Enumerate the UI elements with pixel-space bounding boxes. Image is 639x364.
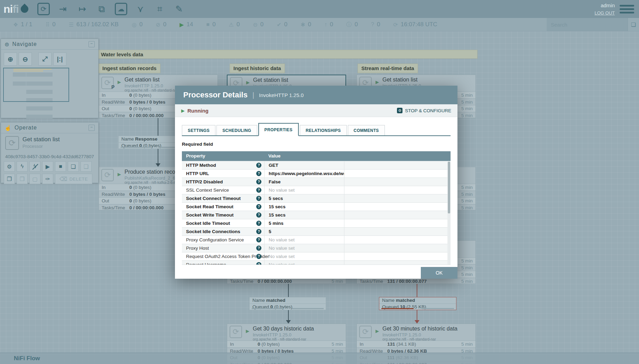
- property-value[interactable]: No value set: [264, 186, 344, 194]
- help-icon[interactable]: ?: [256, 196, 261, 201]
- stat-duration: 5 min: [332, 278, 343, 285]
- template-icon[interactable]: ⌗: [154, 3, 166, 15]
- copy-button[interactable]: ❐: [4, 174, 15, 184]
- status-icon: ⊝: [253, 21, 257, 28]
- input-port-icon[interactable]: ⇥: [57, 3, 69, 15]
- dialog-tab[interactable]: RELATIONSHIPS: [300, 125, 347, 135]
- group-label-ingest-historic[interactable]: Ingest historic data: [230, 64, 285, 73]
- search-input[interactable]: [547, 18, 628, 31]
- processor-icon[interactable]: ⟳: [37, 3, 50, 15]
- group-button[interactable]: ❑: [81, 161, 92, 172]
- selection-name: Get station list: [22, 136, 60, 143]
- property-value[interactable]: No value set: [264, 252, 344, 260]
- status-value: 0: [163, 21, 166, 28]
- property-value[interactable]: https://www.pegelonline.wsv.de/webservic…: [264, 170, 344, 178]
- help-icon[interactable]: ?: [256, 179, 261, 184]
- property-value[interactable]: GET: [264, 161, 344, 169]
- remote-process-group-icon[interactable]: ☁: [115, 3, 127, 15]
- logo-text-fi: fi: [12, 3, 19, 16]
- running-icon: ▶: [181, 108, 185, 113]
- stat-duration: 5 min: [461, 198, 473, 204]
- operate-buttons-row1: ⚙ϟϟ▶■❏❑: [1, 161, 98, 174]
- connection-label[interactable]: Name matchedQueued 10 (2.55 KB): [379, 297, 456, 310]
- zoom-actual-size-button[interactable]: |:|: [53, 52, 66, 66]
- start-button[interactable]: ▶: [42, 161, 53, 172]
- stop-button[interactable]: ■: [55, 161, 66, 172]
- table-scrollbar[interactable]: [447, 161, 451, 265]
- property-name-text: Proxy Configuration Service: [186, 237, 244, 242]
- delete-button[interactable]: ⌫DELETE: [55, 174, 92, 184]
- property-name: Socket Idle Connections?: [182, 228, 264, 236]
- property-value[interactable]: 5 secs: [264, 194, 344, 202]
- stop-configure-label: STOP & CONFIGURE: [405, 108, 451, 113]
- process-group-icon[interactable]: ⧉: [95, 3, 108, 15]
- dialog-title-separator: |: [252, 91, 254, 99]
- flow-label[interactable]: Water levels data: [98, 50, 478, 59]
- cluster-status: ❖ 1 / 1: [13, 21, 32, 28]
- property-row: HTTP URL? https://www.pegelonline.wsv.de…: [182, 169, 451, 178]
- dialog-tab[interactable]: PROPERTIES: [258, 123, 299, 136]
- ok-button[interactable]: OK: [421, 267, 457, 279]
- dialog-tab[interactable]: SCHEDULING: [216, 125, 257, 135]
- zoom-in-button[interactable]: ⊕: [4, 52, 17, 66]
- help-icon[interactable]: ?: [256, 221, 261, 226]
- property-value[interactable]: 15 secs: [264, 203, 344, 211]
- button-icon: ϟ: [34, 163, 36, 170]
- property-value[interactable]: 5: [264, 228, 344, 236]
- bulletin-board-icon[interactable]: ❏: [628, 18, 639, 31]
- label-icon[interactable]: ✎: [173, 3, 185, 15]
- status-icon: ✱: [300, 21, 305, 28]
- collapse-operate-button[interactable]: −: [89, 125, 95, 131]
- collapse-navigate-button[interactable]: −: [89, 41, 95, 47]
- dialog-tab[interactable]: COMMENTS: [348, 125, 385, 135]
- button-icon: ▶: [46, 163, 50, 170]
- dialog-tab[interactable]: SETTINGS: [182, 125, 215, 135]
- processor-name: Get station list: [124, 77, 159, 83]
- property-value[interactable]: 15 secs: [264, 211, 344, 219]
- help-icon[interactable]: ?: [256, 246, 261, 251]
- global-menu-icon[interactable]: [620, 5, 634, 13]
- group-label-ingest-station[interactable]: Ingest station records: [99, 64, 160, 73]
- property-value[interactable]: No value set: [264, 236, 344, 244]
- zoom-fit-button[interactable]: ⤢: [38, 52, 52, 66]
- property-value[interactable]: No value set: [264, 244, 344, 252]
- stat-label: Read/Write: [102, 99, 125, 106]
- help-icon[interactable]: ?: [256, 254, 261, 259]
- help-icon[interactable]: ?: [256, 163, 261, 168]
- paste-button[interactable]: ❒: [17, 174, 28, 184]
- create-template-button[interactable]: ❏: [68, 161, 79, 172]
- help-icon[interactable]: ?: [256, 171, 261, 176]
- connection-label[interactable]: Name matchedQueued 0 (0 bytes): [249, 297, 326, 310]
- enable-button[interactable]: ϟ: [17, 161, 28, 172]
- breadcrumb[interactable]: NiFi Flow: [14, 355, 40, 362]
- birdseye-minimap[interactable]: [1, 68, 98, 119]
- property-value[interactable]: 5 mins: [264, 219, 344, 227]
- disable-button[interactable]: ϟ: [29, 161, 40, 172]
- stat-value: 0 (0 bytes): [129, 198, 151, 204]
- group-label-stream-realtime[interactable]: Stream real-time data: [358, 64, 418, 73]
- scrollbar-thumb[interactable]: [448, 162, 450, 213]
- output-port-icon[interactable]: ↦: [76, 3, 89, 15]
- logout-link[interactable]: LOG OUT: [594, 10, 615, 17]
- group-selection-button[interactable]: ▢: [29, 174, 40, 184]
- property-row-spacer: [344, 194, 451, 202]
- zoom-out-button[interactable]: ⊖: [19, 52, 32, 66]
- funnel-icon[interactable]: ⋎: [134, 3, 147, 15]
- status-value: 0: [212, 21, 215, 28]
- stat-duration: 5 min: [461, 341, 473, 348]
- stop-and-configure-button[interactable]: ⚙ STOP & CONFIGURE: [397, 108, 451, 113]
- status-value: 0: [377, 21, 380, 28]
- minimap-viewport[interactable]: [3, 68, 69, 102]
- help-icon[interactable]: ?: [256, 204, 261, 209]
- help-icon[interactable]: ?: [256, 188, 261, 193]
- button-label: DELETE: [70, 176, 88, 182]
- help-icon[interactable]: ?: [256, 262, 261, 265]
- property-value[interactable]: False: [264, 178, 344, 186]
- fill-color-button[interactable]: ✑: [42, 174, 53, 184]
- property-value[interactable]: No value set: [264, 261, 344, 265]
- help-icon[interactable]: ?: [256, 229, 261, 234]
- primary-node-badge: P: [111, 84, 114, 90]
- configuration-button[interactable]: ⚙: [4, 161, 15, 172]
- help-icon[interactable]: ?: [256, 237, 261, 242]
- help-icon[interactable]: ?: [256, 212, 261, 218]
